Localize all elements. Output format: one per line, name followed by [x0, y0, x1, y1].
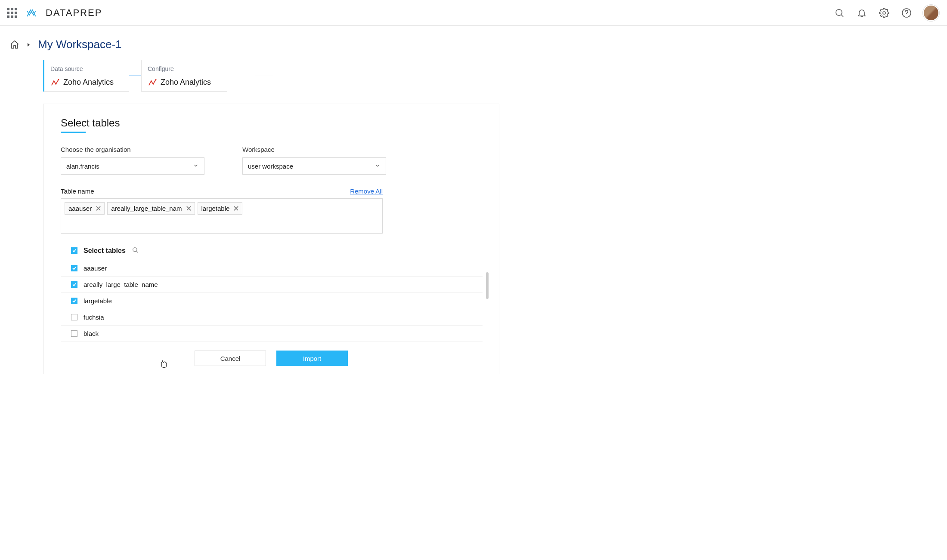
- svg-line-18: [136, 251, 138, 252]
- panel-footer: Cancel Import: [61, 351, 482, 366]
- workspace-value: user workspace: [248, 163, 293, 170]
- svg-point-10: [155, 79, 156, 80]
- app-name: DATAPREP: [46, 7, 102, 18]
- zoho-analytics-icon: [148, 77, 157, 87]
- apps-grid-icon[interactable]: [7, 8, 17, 18]
- svg-point-6: [56, 83, 56, 84]
- top-header-right: [834, 6, 938, 20]
- chevron-down-icon: [374, 163, 381, 170]
- search-icon[interactable]: [834, 8, 845, 18]
- import-button[interactable]: Import: [276, 351, 348, 366]
- organisation-value: alan.francis: [66, 163, 99, 170]
- organisation-select[interactable]: alan.francis: [61, 157, 204, 175]
- step-placeholder: [255, 76, 273, 76]
- breadcrumb-separator-icon: [27, 41, 31, 48]
- home-icon[interactable]: [9, 40, 20, 50]
- help-icon[interactable]: [901, 8, 912, 18]
- table-row[interactable]: areally_large_table_name: [61, 277, 483, 293]
- svg-point-2: [883, 12, 885, 14]
- workspace-select[interactable]: user workspace: [242, 157, 386, 175]
- table-checkbox[interactable]: [71, 298, 77, 304]
- table-checkbox[interactable]: [71, 314, 77, 320]
- table-row[interactable]: black: [61, 326, 483, 342]
- table-name-label: fuchsia: [84, 314, 104, 321]
- table-row[interactable]: aaauser: [61, 260, 483, 277]
- organisation-label: Choose the organisation: [61, 146, 204, 153]
- table-tag-label: largetable: [201, 205, 230, 212]
- table-name-label: largetable: [84, 297, 112, 305]
- svg-point-5: [53, 80, 54, 81]
- step-card-configure[interactable]: Configure Zoho Analytics: [141, 60, 227, 92]
- svg-point-3: [902, 9, 911, 17]
- scrollbar-thumb[interactable]: [486, 272, 489, 299]
- table-row[interactable]: largetable: [61, 293, 483, 309]
- table-list-header: Select tables: [61, 246, 483, 260]
- svg-point-0: [836, 9, 842, 15]
- zoho-analytics-icon: [50, 77, 60, 87]
- organisation-field: Choose the organisation alan.francis: [61, 146, 204, 175]
- panel-title: Select tables: [61, 117, 482, 129]
- table-row[interactable]: fuchsia: [61, 309, 483, 326]
- tablename-label: Table name: [61, 188, 94, 195]
- step-title: Data source: [50, 65, 123, 72]
- step-body-text: Zoho Analytics: [63, 78, 114, 87]
- table-tag-label: areally_large_table_nam: [111, 205, 182, 212]
- table-checkbox[interactable]: [71, 330, 77, 337]
- table-tag: areally_large_table_nam: [107, 202, 195, 215]
- svg-point-7: [58, 79, 59, 80]
- svg-point-17: [133, 248, 136, 252]
- close-icon[interactable]: [234, 205, 238, 212]
- select-all-checkbox[interactable]: [71, 247, 77, 254]
- workspace-field: Workspace user workspace: [242, 146, 386, 175]
- dataprep-logo-icon: [26, 7, 37, 18]
- search-icon[interactable]: [132, 246, 139, 255]
- svg-point-8: [151, 80, 152, 81]
- svg-point-9: [153, 83, 154, 84]
- svg-line-1: [841, 15, 843, 17]
- table-tag: largetable: [198, 202, 243, 215]
- table-list-section: Select tables aaauserareally_large_table…: [61, 246, 483, 342]
- panel-title-underline: [61, 132, 86, 133]
- gear-icon[interactable]: [879, 8, 889, 18]
- top-header-left: DATAPREP: [7, 7, 102, 18]
- table-name-label: aaauser: [84, 265, 107, 272]
- close-icon[interactable]: [186, 205, 191, 212]
- step-connector: [129, 75, 141, 76]
- workspace-label: Workspace: [242, 146, 386, 153]
- table-name-label: areally_large_table_name: [84, 281, 158, 288]
- chevron-down-icon: [193, 163, 199, 170]
- table-tag-label: aaauser: [68, 205, 92, 212]
- top-header: DATAPREP: [0, 0, 947, 26]
- step-body-text: Zoho Analytics: [161, 78, 211, 87]
- bell-icon[interactable]: [857, 8, 867, 18]
- breadcrumb: My Workspace-1: [0, 26, 947, 51]
- table-checkbox[interactable]: [71, 265, 77, 271]
- select-tables-panel: Select tables Choose the organisation al…: [43, 104, 499, 374]
- cancel-button[interactable]: Cancel: [195, 351, 266, 366]
- step-cards-row: Data source Zoho Analytics Configure Zoh…: [43, 60, 947, 92]
- close-icon[interactable]: [96, 205, 101, 212]
- step-card-datasource[interactable]: Data source Zoho Analytics: [43, 60, 129, 92]
- remove-all-link[interactable]: Remove All: [350, 188, 383, 195]
- table-tag: aaauser: [65, 202, 105, 215]
- table-name-label: black: [84, 330, 99, 337]
- user-avatar[interactable]: [924, 6, 938, 20]
- table-list-title: Select tables: [84, 247, 126, 255]
- selected-tables-tagbox[interactable]: aaauserareally_large_table_namlargetable: [61, 198, 383, 234]
- step-title: Configure: [148, 65, 221, 72]
- table-checkbox[interactable]: [71, 281, 77, 288]
- workspace-title[interactable]: My Workspace-1: [38, 38, 122, 51]
